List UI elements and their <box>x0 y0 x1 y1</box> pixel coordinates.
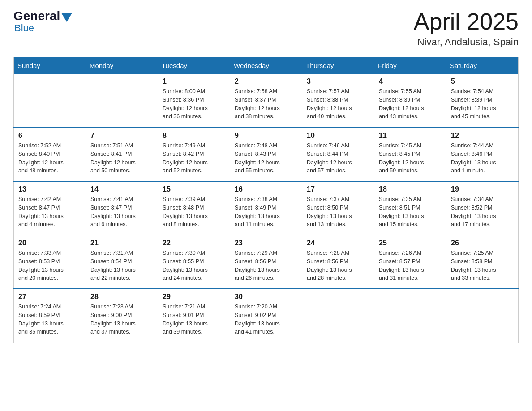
calendar-week-row: 6Sunrise: 7:52 AMSunset: 8:40 PMDaylight… <box>14 128 519 181</box>
day-info: Sunrise: 7:30 AMSunset: 8:55 PMDaylight:… <box>163 249 225 283</box>
day-info: Sunrise: 7:37 AMSunset: 8:50 PMDaylight:… <box>307 195 369 229</box>
calendar-table: SundayMondayTuesdayWednesdayThursdayFrid… <box>13 57 519 343</box>
calendar-week-row: 27Sunrise: 7:24 AMSunset: 8:59 PMDayligh… <box>14 289 519 342</box>
calendar-cell: 20Sunrise: 7:33 AMSunset: 8:53 PMDayligh… <box>14 235 86 289</box>
day-info: Sunrise: 7:46 AMSunset: 8:44 PMDaylight:… <box>307 141 369 175</box>
calendar-cell: 4Sunrise: 7:55 AMSunset: 8:39 PMDaylight… <box>374 74 446 128</box>
day-info: Sunrise: 7:49 AMSunset: 8:42 PMDaylight:… <box>163 141 225 175</box>
calendar-cell: 25Sunrise: 7:26 AMSunset: 8:57 PMDayligh… <box>374 235 446 289</box>
day-info: Sunrise: 7:33 AMSunset: 8:53 PMDaylight:… <box>18 249 81 283</box>
calendar-cell: 8Sunrise: 7:49 AMSunset: 8:42 PMDaylight… <box>158 128 230 181</box>
day-number: 9 <box>235 132 297 140</box>
calendar-week-row: 1Sunrise: 8:00 AMSunset: 8:36 PMDaylight… <box>14 74 519 128</box>
day-number: 15 <box>163 185 225 193</box>
day-number: 10 <box>307 132 369 140</box>
day-info: Sunrise: 7:58 AMSunset: 8:37 PMDaylight:… <box>235 87 297 121</box>
day-info: Sunrise: 7:26 AMSunset: 8:57 PMDaylight:… <box>379 249 442 283</box>
day-info: Sunrise: 7:24 AMSunset: 8:59 PMDaylight:… <box>18 303 81 336</box>
day-info: Sunrise: 7:34 AMSunset: 8:52 PMDaylight:… <box>451 195 514 229</box>
day-info: Sunrise: 7:28 AMSunset: 8:56 PMDaylight:… <box>307 249 369 283</box>
day-info: Sunrise: 7:21 AMSunset: 9:01 PMDaylight:… <box>163 303 225 336</box>
day-info: Sunrise: 7:38 AMSunset: 8:49 PMDaylight:… <box>235 195 297 229</box>
calendar-cell: 10Sunrise: 7:46 AMSunset: 8:44 PMDayligh… <box>302 128 374 181</box>
day-number: 1 <box>163 77 225 86</box>
day-info: Sunrise: 7:52 AMSunset: 8:40 PMDaylight:… <box>18 141 81 175</box>
page-header: General Blue April 2025 Nivar, Andalusia… <box>13 9 519 48</box>
day-number: 21 <box>90 239 153 247</box>
day-info: Sunrise: 7:45 AMSunset: 8:45 PMDaylight:… <box>379 141 442 175</box>
day-info: Sunrise: 7:55 AMSunset: 8:39 PMDaylight:… <box>379 87 442 121</box>
calendar-cell: 7Sunrise: 7:51 AMSunset: 8:41 PMDaylight… <box>86 128 158 181</box>
calendar-cell: 1Sunrise: 8:00 AMSunset: 8:36 PMDaylight… <box>158 74 230 128</box>
day-info: Sunrise: 7:54 AMSunset: 8:39 PMDaylight:… <box>451 87 514 121</box>
day-number: 6 <box>18 132 81 140</box>
day-info: Sunrise: 7:48 AMSunset: 8:43 PMDaylight:… <box>235 141 297 175</box>
day-info: Sunrise: 7:23 AMSunset: 9:00 PMDaylight:… <box>90 303 153 336</box>
day-number: 18 <box>379 185 442 193</box>
day-info: Sunrise: 7:44 AMSunset: 8:46 PMDaylight:… <box>451 141 514 175</box>
day-number: 3 <box>307 77 369 86</box>
calendar-day-header: Sunday <box>14 57 86 74</box>
calendar-cell: 6Sunrise: 7:52 AMSunset: 8:40 PMDaylight… <box>14 128 86 181</box>
calendar-cell: 15Sunrise: 7:39 AMSunset: 8:48 PMDayligh… <box>158 181 230 235</box>
calendar-day-header: Thursday <box>302 57 374 74</box>
day-number: 22 <box>163 239 225 247</box>
day-number: 5 <box>451 77 514 86</box>
day-info: Sunrise: 7:31 AMSunset: 8:54 PMDaylight:… <box>90 249 153 283</box>
day-number: 7 <box>90 132 153 140</box>
day-number: 8 <box>163 132 225 140</box>
calendar-cell: 17Sunrise: 7:37 AMSunset: 8:50 PMDayligh… <box>302 181 374 235</box>
calendar-cell: 5Sunrise: 7:54 AMSunset: 8:39 PMDaylight… <box>446 74 519 128</box>
day-number: 4 <box>379 77 442 86</box>
day-number: 29 <box>163 293 225 301</box>
day-number: 12 <box>451 132 514 140</box>
day-info: Sunrise: 7:39 AMSunset: 8:48 PMDaylight:… <box>163 195 225 229</box>
calendar-cell: 11Sunrise: 7:45 AMSunset: 8:45 PMDayligh… <box>374 128 446 181</box>
calendar-body: 1Sunrise: 8:00 AMSunset: 8:36 PMDaylight… <box>14 74 519 342</box>
calendar-cell <box>302 289 374 342</box>
calendar-day-header: Saturday <box>446 57 519 74</box>
calendar-cell: 21Sunrise: 7:31 AMSunset: 8:54 PMDayligh… <box>86 235 158 289</box>
calendar-day-header: Friday <box>374 57 446 74</box>
day-info: Sunrise: 8:00 AMSunset: 8:36 PMDaylight:… <box>163 87 225 121</box>
calendar-cell <box>14 74 86 128</box>
calendar-cell: 30Sunrise: 7:20 AMSunset: 9:02 PMDayligh… <box>230 289 302 342</box>
calendar-cell: 26Sunrise: 7:25 AMSunset: 8:58 PMDayligh… <box>446 235 519 289</box>
calendar-cell <box>86 74 158 128</box>
day-number: 28 <box>90 293 153 301</box>
calendar-day-header: Wednesday <box>230 57 302 74</box>
calendar-week-row: 20Sunrise: 7:33 AMSunset: 8:53 PMDayligh… <box>14 235 519 289</box>
calendar-cell: 19Sunrise: 7:34 AMSunset: 8:52 PMDayligh… <box>446 181 519 235</box>
day-number: 13 <box>18 185 81 193</box>
day-number: 27 <box>18 293 81 301</box>
calendar-cell: 16Sunrise: 7:38 AMSunset: 8:49 PMDayligh… <box>230 181 302 235</box>
logo-general-text: General <box>13 9 60 23</box>
calendar-cell <box>446 289 519 342</box>
calendar-header: SundayMondayTuesdayWednesdayThursdayFrid… <box>14 57 519 74</box>
calendar-cell: 23Sunrise: 7:29 AMSunset: 8:56 PMDayligh… <box>230 235 302 289</box>
day-info: Sunrise: 7:35 AMSunset: 8:51 PMDaylight:… <box>379 195 442 229</box>
day-number: 16 <box>235 185 297 193</box>
location-subtitle: Nivar, Andalusia, Spain <box>414 36 519 48</box>
day-number: 19 <box>451 185 514 193</box>
calendar-day-header: Tuesday <box>158 57 230 74</box>
day-info: Sunrise: 7:51 AMSunset: 8:41 PMDaylight:… <box>90 141 153 175</box>
calendar-week-row: 13Sunrise: 7:42 AMSunset: 8:47 PMDayligh… <box>14 181 519 235</box>
calendar-day-header: Monday <box>86 57 158 74</box>
calendar-cell: 9Sunrise: 7:48 AMSunset: 8:43 PMDaylight… <box>230 128 302 181</box>
day-number: 30 <box>235 293 297 301</box>
logo-blue-text: Blue <box>14 22 34 34</box>
day-number: 14 <box>90 185 153 193</box>
calendar-cell: 22Sunrise: 7:30 AMSunset: 8:55 PMDayligh… <box>158 235 230 289</box>
day-info: Sunrise: 7:29 AMSunset: 8:56 PMDaylight:… <box>235 249 297 283</box>
calendar-cell: 13Sunrise: 7:42 AMSunset: 8:47 PMDayligh… <box>14 181 86 235</box>
day-number: 25 <box>379 239 442 247</box>
calendar-cell <box>374 289 446 342</box>
calendar-cell: 3Sunrise: 7:57 AMSunset: 8:38 PMDaylight… <box>302 74 374 128</box>
logo: General Blue <box>13 9 73 34</box>
calendar-header-row: SundayMondayTuesdayWednesdayThursdayFrid… <box>14 57 519 74</box>
day-number: 17 <box>307 185 369 193</box>
calendar-cell: 27Sunrise: 7:24 AMSunset: 8:59 PMDayligh… <box>14 289 86 342</box>
day-info: Sunrise: 7:41 AMSunset: 8:47 PMDaylight:… <box>90 195 153 229</box>
day-info: Sunrise: 7:42 AMSunset: 8:47 PMDaylight:… <box>18 195 81 229</box>
